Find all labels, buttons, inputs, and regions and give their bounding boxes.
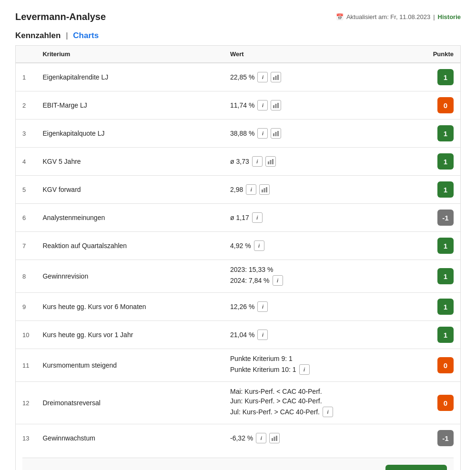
wert-text: Punkte Kriterium 9: 1	[230, 355, 293, 362]
chart-icon[interactable]	[271, 72, 281, 82]
info-icon[interactable]: i	[257, 128, 268, 139]
wert-line: 4,92 %i	[230, 240, 415, 251]
row-kriterium: Eigenkapitalquote LJ	[36, 120, 223, 148]
info-icon[interactable]: i	[257, 72, 268, 82]
history-link[interactable]: Historie	[438, 13, 461, 20]
row-num: 12	[16, 382, 36, 424]
row-kriterium: Gewinnwachstum	[36, 424, 223, 452]
row-num: 4	[16, 148, 36, 176]
svg-rect-9	[268, 161, 269, 164]
punkte-badge: 1	[437, 238, 454, 254]
info-icon[interactable]: i	[257, 301, 268, 312]
info-icon[interactable]: i	[246, 184, 256, 195]
wert-line: ø 1,17i	[230, 212, 415, 223]
wert-line: ø 3,73i	[230, 156, 415, 167]
wert-line: 2023: 15,33 %	[230, 266, 415, 273]
levermann-table: Kriterium Wert Punkte 1Eigenkapitalrendi…	[15, 45, 461, 470]
wert-text: Jul: Kurs-Perf. > CAC 40-Perf.	[230, 408, 320, 416]
col-num-header	[16, 46, 36, 63]
info-icon[interactable]: i	[254, 240, 264, 251]
info-icon[interactable]: i	[257, 330, 268, 340]
info-icon[interactable]: i	[252, 212, 263, 223]
col-punkte-header: Punkte	[423, 46, 461, 63]
table-row: 8Gewinnrevision2023: 15,33 %2024: 7,84 %…	[16, 260, 461, 293]
table-row: 6Analystenmeinungenø 1,17i-1	[16, 204, 461, 232]
chart-icon[interactable]	[269, 433, 280, 443]
col-kriterium-header: Kriterium	[36, 46, 223, 63]
info-icon[interactable]: i	[252, 156, 263, 167]
col-wert-header: Wert	[223, 46, 422, 63]
footer-cell: Gesamt: 6/13	[16, 452, 461, 470]
info-icon[interactable]: i	[257, 100, 268, 110]
table-row: 9Kurs heute gg. Kurs vor 6 Monaten12,26 …	[16, 293, 461, 321]
info-icon[interactable]: i	[323, 407, 333, 417]
wert-line: 2024: 7,84 %i	[230, 275, 415, 286]
wert-text: 22,85 %	[230, 73, 254, 81]
svg-rect-8	[277, 131, 279, 136]
wert-text: 12,26 %	[230, 303, 254, 310]
table-footer-row: Gesamt: 6/13	[16, 452, 461, 470]
row-kriterium: Reaktion auf Quartalszahlen	[36, 232, 223, 260]
wert-line: 11,74 %i	[230, 100, 415, 110]
punkte-badge: -1	[437, 430, 454, 446]
wert-line: 22,85 %i	[230, 72, 415, 82]
row-kriterium: Dreimonatsreversal	[36, 382, 223, 424]
wert-text: Mai: Kurs-Perf. < CAC 40-Perf.	[230, 388, 322, 395]
tab-kennzahlen[interactable]: Kennzahlen	[15, 31, 61, 40]
table-row: 11Kursmomentum steigendPunkte Kriterium …	[16, 349, 461, 382]
wert-line: 2,98i	[230, 184, 415, 195]
wert-text: Punkte Kriterium 10: 1	[230, 366, 296, 373]
row-kriterium: Eigenkapitalrendite LJ	[36, 63, 223, 91]
chart-icon[interactable]	[259, 184, 270, 195]
wert-text: ø 1,17	[230, 214, 249, 221]
info-icon[interactable]: i	[256, 433, 266, 443]
tab-charts[interactable]: Charts	[73, 31, 99, 40]
total-badge: Gesamt: 6/13	[385, 465, 447, 470]
row-wert: 11,74 %i	[223, 91, 422, 120]
row-num: 6	[16, 204, 36, 232]
table-row: 10Kurs heute gg. Kurs vor 1 Jahr21,04 %i…	[16, 321, 461, 349]
wert-line: Jul: Kurs-Perf. > CAC 40-Perf.i	[230, 407, 415, 417]
row-num: 5	[16, 176, 36, 204]
row-wert: Punkte Kriterium 9: 1Punkte Kriterium 10…	[223, 349, 422, 382]
row-punkte: 1	[423, 260, 461, 293]
chart-icon[interactable]	[271, 128, 281, 139]
row-wert: 12,26 %i	[223, 293, 422, 321]
row-num: 3	[16, 120, 36, 148]
svg-rect-11	[272, 159, 273, 164]
wert-text: -6,32 %	[230, 434, 253, 442]
svg-rect-13	[264, 188, 265, 192]
row-wert: Mai: Kurs-Perf. < CAC 40-Perf.Jun: Kurs-…	[223, 382, 422, 424]
chart-icon[interactable]	[271, 100, 281, 110]
row-wert: ø 3,73i	[223, 148, 422, 176]
info-icon[interactable]: i	[299, 364, 310, 375]
row-punkte: 1	[423, 63, 461, 91]
svg-rect-5	[277, 103, 279, 108]
wert-line: -6,32 %i	[230, 433, 415, 443]
row-num: 11	[16, 349, 36, 382]
row-kriterium: EBIT-Marge LJ	[36, 91, 223, 120]
wert-text: 2024: 7,84 %	[230, 277, 270, 284]
row-kriterium: Kurs heute gg. Kurs vor 6 Monaten	[36, 293, 223, 321]
svg-rect-7	[275, 132, 277, 136]
svg-rect-15	[272, 438, 273, 441]
row-wert: 21,04 %i	[223, 321, 422, 349]
row-punkte: 0	[423, 382, 461, 424]
row-kriterium: Analystenmeinungen	[36, 204, 223, 232]
row-wert: 2023: 15,33 %2024: 7,84 %i	[223, 260, 422, 293]
punkte-badge: 1	[437, 327, 454, 343]
punkte-badge: 1	[437, 299, 454, 315]
row-wert: 22,85 %i	[223, 63, 422, 91]
punkte-badge: 0	[437, 395, 454, 411]
info-icon[interactable]: i	[273, 275, 283, 286]
row-num: 9	[16, 293, 36, 321]
punkte-badge: 1	[437, 181, 454, 198]
punkte-badge: 1	[437, 125, 454, 141]
section-tabs: Kennzahlen | Charts	[15, 31, 461, 40]
wert-line: Jun: Kurs-Perf. > CAC 40-Perf.	[230, 397, 415, 405]
wert-text: 38,88 %	[230, 130, 254, 137]
wert-text: Jun: Kurs-Perf. > CAC 40-Perf.	[230, 397, 322, 405]
row-punkte: 1	[423, 232, 461, 260]
wert-line: 21,04 %i	[230, 330, 415, 340]
chart-icon[interactable]	[265, 156, 276, 167]
